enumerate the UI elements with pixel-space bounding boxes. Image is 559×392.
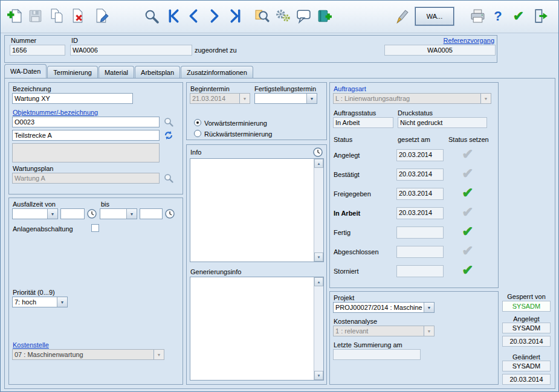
chevron-down-icon[interactable] — [47, 209, 57, 219]
help-button[interactable]: ? — [488, 6, 508, 27]
beginntermin-combo: 21.03.2014 — [190, 93, 250, 104]
angelegt-datum-value: 20.03.2014 — [509, 338, 543, 345]
settings-gears-button[interactable] — [273, 6, 293, 27]
ausfallzeit-bis-zeit-field[interactable] — [140, 208, 163, 219]
rueckwaertsterminierung-radio[interactable] — [194, 130, 201, 137]
tab-material[interactable]: Material — [99, 66, 134, 78]
nav-last-button[interactable] — [225, 6, 246, 27]
objektbezeichnung-field[interactable]: Teilstrecke A — [12, 130, 160, 141]
status-setzen-check-icon[interactable] — [459, 185, 476, 200]
status-setzen-check-icon[interactable] — [459, 166, 476, 181]
generierungsinfo-textarea[interactable] — [190, 277, 324, 381]
tab-wa-daten[interactable]: WA-Daten — [4, 64, 47, 78]
status-row-label: Freigegeben — [334, 190, 371, 198]
anlagenabschaltung-label: Anlagenabschaltung — [13, 225, 73, 233]
chevron-down-icon — [153, 350, 164, 359]
search-button[interactable] — [141, 6, 161, 27]
main-toolbar: WA... ? ✔ — [1, 1, 558, 33]
status-setzen-check-icon[interactable] — [459, 263, 476, 277]
nav-previous-icon — [186, 8, 202, 25]
scroll-down-icon[interactable] — [314, 371, 323, 380]
kostenstelle-value: 07 : Maschinenwartung — [15, 351, 83, 358]
status-setzen-column-header: Status setzen — [448, 136, 489, 143]
tab-arbeitsplan[interactable]: Arbeitsplan — [135, 66, 180, 78]
objektnummer-link[interactable]: Objektnummer/-bezeichnung — [13, 109, 98, 116]
confirm-button[interactable]: ✔ — [508, 6, 529, 27]
scroll-up-icon[interactable] — [314, 159, 323, 168]
pen-button[interactable] — [391, 6, 412, 27]
letzte-summierung-label: Letzte Summierung am — [334, 341, 402, 349]
nav-previous-button[interactable] — [183, 6, 204, 27]
status-setzen-check-icon[interactable] — [459, 243, 476, 258]
fertigstellungstermin-combo[interactable] — [254, 93, 317, 104]
info-textarea[interactable] — [190, 158, 324, 262]
nummer-value: 1656 — [12, 47, 27, 54]
id-label: ID — [71, 37, 78, 44]
kostenstelle-link[interactable]: Kostenstelle — [13, 341, 49, 349]
print-button[interactable] — [467, 6, 488, 27]
info-history-button[interactable] — [312, 147, 323, 158]
status-setzen-check-icon[interactable] — [459, 205, 476, 219]
new-document-button[interactable] — [4, 6, 25, 27]
scroll-down-icon[interactable] — [314, 252, 323, 262]
scroll-up-icon[interactable] — [314, 277, 323, 286]
chevron-down-icon — [480, 94, 491, 103]
referenzvorgang-field[interactable]: WA0005 — [384, 45, 496, 56]
ausfallzeit-von-zeit-field[interactable] — [60, 208, 85, 219]
comment-button[interactable] — [293, 6, 314, 27]
tab-terminierung[interactable]: Terminierung — [47, 66, 98, 78]
status-row-date: 20.03.2014 — [396, 149, 444, 161]
delete-document-button[interactable] — [67, 6, 88, 27]
save-button[interactable] — [25, 6, 45, 27]
chevron-down-icon — [239, 94, 250, 103]
info-scrollbar[interactable] — [314, 159, 323, 262]
objektnummer-field[interactable]: O0023 — [12, 117, 160, 127]
chevron-down-icon[interactable] — [57, 297, 67, 307]
nummer-field[interactable]: 1656 — [10, 45, 65, 56]
wa-menu-button[interactable]: WA... — [415, 7, 454, 25]
fertigstellungstermin-label: Fertigstellungstermin — [254, 85, 316, 92]
angelegt-user-field: SYSADM — [502, 323, 551, 333]
anlagenabschaltung-checkbox[interactable] — [91, 224, 99, 232]
ausfallzeit-von-datum-combo[interactable] — [12, 208, 58, 219]
referenzvorgang-link[interactable]: Referenzvorgang — [428, 37, 494, 44]
status-column-header: Status — [334, 136, 352, 143]
chevron-down-icon[interactable] — [126, 209, 137, 219]
help-icon: ? — [494, 10, 502, 23]
wartungsplan-field: Wartung A — [12, 173, 160, 184]
nav-next-button[interactable] — [204, 6, 224, 27]
ausfallzeit-bis-datum-combo[interactable] — [100, 208, 137, 219]
wartungsplan-label: Wartungsplan — [13, 165, 53, 172]
chevron-down-icon[interactable] — [424, 303, 434, 312]
auftragsart-value: L : Linienwartungsauftrag — [335, 95, 410, 102]
find-in-document-button[interactable] — [251, 6, 272, 27]
exit-button[interactable] — [530, 6, 551, 27]
status-setzen-check-icon[interactable] — [459, 224, 476, 239]
objekt-lookup-button[interactable] — [163, 117, 174, 127]
status-setzen-check-icon[interactable] — [459, 147, 476, 161]
edit-document-button[interactable] — [91, 6, 112, 27]
add-book-button[interactable] — [314, 6, 334, 27]
kostenanalyse-value: 1 : relevant — [335, 327, 368, 335]
generierungsinfo-scrollbar[interactable] — [314, 277, 323, 380]
projekt-combo[interactable]: PROJ00027/2014 : Maschine — [333, 302, 435, 313]
status-row-date: 20.03.2014 — [396, 169, 444, 181]
wartungsplan-lookup-button[interactable] — [163, 173, 174, 184]
prioritaet-combo[interactable]: 7: hoch — [12, 297, 68, 307]
ausfallzeit-von-clock-button[interactable] — [86, 208, 97, 219]
nav-first-icon — [165, 8, 181, 25]
projekt-groupbox: Projekt PROJ00027/2014 : Maschine Kosten… — [329, 291, 499, 385]
tab-zusatzinformationen[interactable]: Zusatzinformationen — [181, 66, 253, 78]
ausfallzeit-bis-clock-button[interactable] — [164, 208, 175, 219]
beginntermin-label: Beginntermin — [190, 85, 230, 92]
nav-first-button[interactable] — [163, 6, 183, 27]
objekt-refresh-button[interactable] — [163, 130, 174, 141]
status-date-value: 20.03.2014 — [399, 170, 432, 178]
chevron-down-icon[interactable] — [306, 94, 317, 103]
ausfallzeit-von-label: Ausfallzeit von — [13, 201, 56, 208]
bezeichnung-field[interactable]: Wartung XY — [12, 93, 133, 104]
id-field[interactable]: WA0006 — [70, 45, 192, 56]
vorwaertsterminierung-radio[interactable] — [194, 119, 201, 126]
copy-button[interactable] — [47, 6, 67, 27]
save-icon — [27, 8, 44, 25]
